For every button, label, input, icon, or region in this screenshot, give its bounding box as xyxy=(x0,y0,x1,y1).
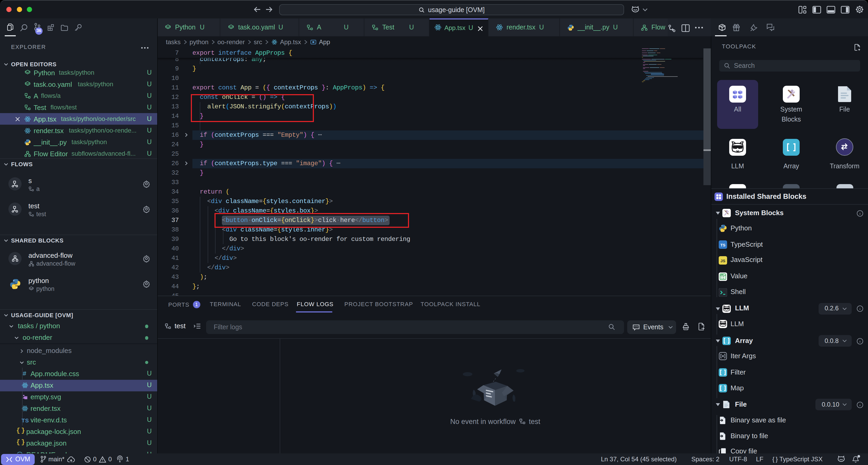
svg-text:JS: JS xyxy=(720,258,725,263)
svg-text:TS: TS xyxy=(720,243,725,247)
